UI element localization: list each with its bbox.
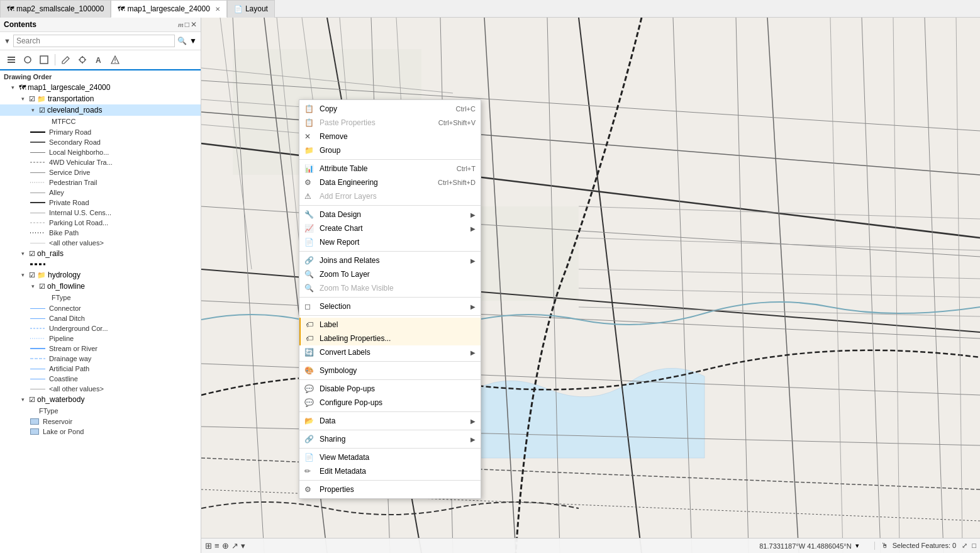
menu-group[interactable]: 📁 Group [299, 143, 481, 157]
transportation-checkbox[interactable]: ☑ [29, 95, 35, 103]
data-design-arrow: ▶ [471, 211, 476, 218]
legend-rails [0, 259, 201, 269]
menu-edit-metadata[interactable]: ✏ Edit Metadata [299, 464, 481, 478]
legend-lake-or-pond: Lake or Pond [0, 427, 201, 437]
data-design-icon: 🔧 [304, 210, 314, 219]
search-dropdown-icon[interactable]: ▼ [189, 36, 197, 45]
menu-convert-labels[interactable]: 🔄 Convert Labels ▶ [299, 345, 481, 359]
menu-disable-popups[interactable]: 💬 Disable Pop-ups [299, 382, 481, 396]
list-by-source-icon[interactable] [20, 53, 35, 67]
artificial-path-line [30, 369, 45, 369]
map-nav-table-icon[interactable]: ≡ [214, 541, 220, 550]
layer-oh-rails[interactable]: ▾ ☑ oh_rails [0, 248, 201, 259]
menu-data-design[interactable]: 🔧 Data Design ▶ [299, 208, 481, 221]
coord-dropdown-icon[interactable]: ▾ [855, 542, 859, 550]
layer-oh-waterbody[interactable]: ▾ ☑ oh_waterbody [0, 394, 201, 405]
select-display-icon[interactable] [36, 53, 52, 67]
appearance-icon[interactable] [75, 53, 90, 67]
dock-icon[interactable]: □ [185, 20, 189, 29]
oh-waterbody-checkbox[interactable]: ☑ [29, 396, 35, 404]
create-chart-icon: 📈 [304, 224, 314, 233]
data-icon: 📂 [304, 416, 314, 425]
menu-configure-popups[interactable]: 💬 Configure Pop-ups [299, 396, 481, 410]
svg-rect-2 [8, 62, 15, 63]
oh-rails-label: oh_rails [37, 249, 64, 258]
edit-icon[interactable] [58, 53, 74, 67]
menu-label[interactable]: 🏷 Label [299, 318, 481, 332]
menu-symbology[interactable]: 🎨 Symbology [299, 364, 481, 377]
menu-selection[interactable]: ◻ Selection ▶ [299, 299, 481, 313]
cleveland-roads-checkbox[interactable]: ☑ [39, 106, 45, 115]
menu-data[interactable]: 📂 Data ▶ [299, 414, 481, 428]
close-panel-icon[interactable]: ✕ [191, 20, 197, 29]
layer-transportation[interactable]: ▾ ☑ 📁 transportation [0, 93, 201, 104]
connector-line [30, 308, 45, 309]
menu-joins-and-relates[interactable]: 🔗 Joins and Relates ▶ [299, 254, 481, 267]
coastline-line [30, 379, 45, 379]
tab-map2[interactable]: 🗺 map2_smallscale_100000 [0, 0, 111, 18]
internal-us-label: Internal U.S. Cens... [49, 209, 111, 216]
menu-zoom-to-layer[interactable]: 🔍 Zoom To Layer [299, 267, 481, 281]
legend-all-other2: <all other values> [0, 384, 201, 394]
artificial-path-label: Artificial Path [49, 365, 89, 372]
map-nav-zoom-icon[interactable]: ⊕ [222, 541, 229, 550]
analysis-icon[interactable] [108, 53, 123, 67]
tree-view: ▾ 🗺 map1_largescale_24000 ▾ ☑ 📁 transpor… [0, 82, 201, 553]
menu-view-metadata[interactable]: 📄 View Metadata [299, 450, 481, 464]
tab-map1-close[interactable]: ✕ [215, 6, 220, 13]
oh-rails-checkbox[interactable]: ☑ [29, 250, 35, 258]
menu-create-chart[interactable]: 📈 Create Chart ▶ [299, 221, 481, 235]
pin-icon[interactable]: 𝆐 [178, 20, 184, 29]
expand-map1[interactable]: ▾ [11, 84, 19, 91]
menu-labeling-properties[interactable]: 🏷 Labeling Properties... [299, 332, 481, 345]
expand-oh-rails[interactable]: ▾ [21, 250, 29, 257]
layer-cleveland-roads[interactable]: ▾ ☑ cleveland_roads [0, 104, 201, 116]
menu-new-report[interactable]: 📄 New Report [299, 235, 481, 249]
legend-internal-us: Internal U.S. Cens... [0, 208, 201, 218]
map-area[interactable]: 📋 Copy Ctrl+C 📋 Paste Properties Ctrl+Sh… [201, 18, 980, 553]
map-nav-select-icon[interactable]: ↗ [231, 541, 238, 550]
tab-map2-label: map2_smallscale_100000 [16, 4, 104, 13]
oh-flowline-checkbox[interactable]: ☑ [39, 282, 45, 291]
search-input[interactable] [13, 35, 175, 47]
layer-hydrology[interactable]: ▾ ☑ 📁 hydrology [0, 269, 201, 281]
tab-layout[interactable]: 📄 Layout [227, 0, 275, 18]
menu-remove[interactable]: ✕ Remove [299, 130, 481, 143]
svg-point-13 [114, 62, 116, 63]
selected-features-resize-icon[interactable]: ⤢ [962, 542, 967, 549]
parking-lot-svg [30, 220, 45, 225]
menu-copy[interactable]: 📋 Copy Ctrl+C [299, 102, 481, 116]
search-submit-icon[interactable]: 🔍 [177, 36, 187, 45]
expand-hydrology[interactable]: ▾ [21, 272, 29, 278]
expand-cleveland-roads[interactable]: ▾ [31, 107, 39, 113]
legend-secondary-road: Secondary Road [0, 137, 201, 147]
configure-popups-icon: 💬 [304, 398, 314, 407]
list-drawing-order-icon[interactable] [4, 53, 19, 67]
sharing-arrow: ▶ [471, 436, 476, 443]
layer-map1[interactable]: ▾ 🗺 map1_largescale_24000 [0, 82, 201, 93]
expand-oh-flowline[interactable]: ▾ [31, 283, 39, 289]
selected-features-label: Selected Features: 0 [893, 542, 957, 549]
menu-sharing[interactable]: 🔗 Sharing ▶ [299, 432, 481, 446]
edit-metadata-label: Edit Metadata [320, 467, 366, 476]
layer-oh-flowline[interactable]: ▾ ☑ oh_flowline [0, 281, 201, 292]
data-label: Data [320, 416, 335, 425]
tab-bar: 🗺 map2_smallscale_100000 🗺 map1_largesca… [0, 0, 980, 18]
labeling-icon[interactable]: A [91, 53, 106, 67]
map-nav-grid-icon[interactable]: ⊞ [205, 541, 212, 550]
menu-properties[interactable]: ⚙ Properties [299, 483, 481, 496]
tab-map1[interactable]: 🗺 map1_largescale_24000 ✕ [111, 0, 226, 18]
expand-transportation[interactable]: ▾ [21, 96, 29, 102]
contents-toolbar: A [0, 50, 201, 70]
map-nav-dropdown-icon[interactable]: ▾ [241, 541, 245, 550]
hydrology-checkbox[interactable]: ☑ [29, 271, 35, 279]
menu-attribute-table[interactable]: 📊 Attribute Table Ctrl+T [299, 162, 481, 176]
legend-parking-lot: Parking Lot Road... [0, 218, 201, 228]
disable-popups-label: Disable Pop-ups [320, 384, 375, 393]
menu-data-engineering[interactable]: ⚙ Data Engineering Ctrl+Shift+D [299, 176, 481, 189]
joins-arrow: ▶ [471, 257, 476, 264]
copy-icon: 📋 [304, 104, 314, 113]
4wd-line-svg [30, 160, 45, 165]
selected-features-expand-icon[interactable]: □ [972, 542, 976, 549]
expand-oh-waterbody[interactable]: ▾ [21, 396, 29, 403]
